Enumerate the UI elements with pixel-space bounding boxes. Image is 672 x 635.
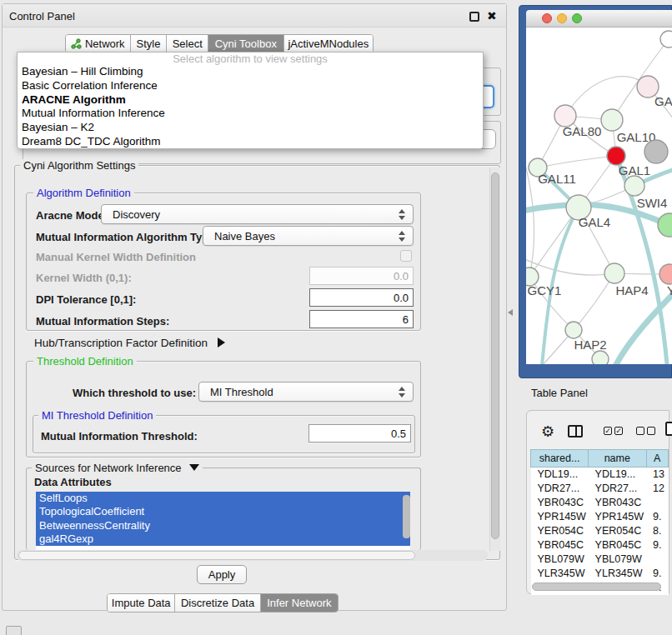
network-node-hap2[interactable] [565, 322, 582, 338]
tab-style[interactable]: Style [131, 35, 168, 52]
table-row[interactable]: YBR043CYBR043C [531, 496, 669, 510]
network-node[interactable] [660, 31, 672, 48]
kernel-width-field[interactable]: 0.0 [309, 267, 414, 285]
settings-vertical-scrollbar[interactable] [489, 168, 500, 551]
table-cell: YDL19... [589, 468, 646, 482]
network-node[interactable] [592, 351, 609, 364]
algorithm-option[interactable]: Bayesian – K2 [18, 121, 483, 135]
node-label: HAP4 [615, 283, 648, 298]
table-panel: ⚙ ✓✓ shared...nameAYDL19...YDL19...13YDR… [526, 410, 669, 594]
network-node-gal1[interactable] [607, 147, 625, 165]
tab-select[interactable]: Select [167, 35, 208, 52]
new-table-icon[interactable] [665, 422, 672, 436]
tab-network[interactable]: Network [66, 35, 131, 52]
dpi-tolerance-field[interactable]: 0.0 [309, 288, 414, 307]
threshold-definition-title: Threshold Definition [33, 355, 137, 368]
algorithm-option[interactable]: Bayesian – Hill Climbing [18, 65, 483, 79]
algorithm-option[interactable]: Basic Correlation Inference [18, 79, 483, 93]
tab-infer-network[interactable]: Infer Network [261, 594, 338, 612]
table-row[interactable]: YBL079WYBL079W [531, 552, 669, 567]
node-label: GAL80 [563, 124, 602, 138]
table-row[interactable]: YDL19...YDL19...13 [531, 468, 669, 482]
tab-jactivemnodules[interactable]: jActiveMNodules [284, 35, 373, 52]
minimize-window-icon[interactable] [557, 13, 567, 23]
data-attributes-label: Data Attributes [34, 476, 112, 488]
table-row[interactable]: YPR145WYPR145W9. [531, 510, 669, 524]
table-cell: YBR045C [589, 538, 646, 552]
show-columns-icon[interactable] [568, 425, 583, 438]
tab-label: Infer Network [267, 597, 331, 609]
tab-impute-data[interactable]: Impute Data [108, 594, 175, 612]
table-row[interactable]: YDR27...YDR27...12 [531, 482, 669, 496]
close-panel-icon[interactable]: ✖ [487, 9, 497, 22]
table-cell: YLR345W [531, 567, 589, 581]
which-threshold-combo[interactable]: MI Threshold [198, 382, 414, 402]
manual-kernel-checkbox[interactable] [400, 250, 412, 262]
apply-button[interactable]: Apply [197, 565, 247, 584]
data-attribute-item[interactable]: SelfLoops [36, 492, 410, 505]
sources-group-title[interactable]: Sources for Network Inference [32, 462, 203, 474]
network-node-hap4[interactable] [604, 263, 624, 283]
close-window-icon[interactable] [542, 13, 552, 23]
zoom-window-icon[interactable] [572, 13, 582, 23]
deselect-all-columns-icon[interactable] [636, 427, 655, 435]
table-cell: YLR345W [589, 567, 646, 581]
aracne-mode-combo[interactable]: Discovery [101, 204, 414, 224]
combo-spinner-icon [399, 231, 405, 242]
settings-horizontal-scrollbar[interactable] [17, 550, 488, 561]
network-edge[interactable] [565, 77, 648, 116]
network-node-y[interactable] [659, 264, 672, 284]
aracne-mode-value: Discovery [113, 208, 160, 221]
column-header-1[interactable]: name [589, 450, 646, 468]
tab-label: jActiveMNodules [288, 38, 369, 50]
mi-threshold-label: Mutual Information Threshold: [41, 430, 198, 442]
attribute-list-scrollbar[interactable] [403, 495, 410, 538]
select-all-columns-icon[interactable]: ✓✓ [604, 427, 623, 435]
data-attribute-item[interactable]: gal4RGexp [36, 532, 410, 546]
network-node[interactable] [658, 213, 672, 237]
mi-threshold-group-title: MI Threshold Definition [38, 409, 156, 422]
algorithm-option[interactable]: Dream8 DC_TDC Algorithm [18, 135, 483, 149]
table-row[interactable]: YER054CYER054C8. [531, 524, 669, 538]
table-cell: YBL079W [531, 552, 589, 567]
network-canvas[interactable]: GALGAL80GAL10GAL1GAL11SWI4GAL4GCY1HAP4YH… [526, 28, 672, 364]
float-panel-icon[interactable] [469, 12, 479, 22]
network-node-gal10[interactable] [601, 109, 623, 131]
table-cell: YBR045C [531, 538, 589, 552]
data-attributes-list: SelfLoopsTopologicalCoefficientBetweenne… [36, 492, 410, 550]
column-header-0[interactable]: shared... [531, 450, 589, 468]
splitpane-collapse-arrow[interactable] [508, 309, 513, 316]
tab-discretize-data[interactable]: Discretize Data [175, 594, 260, 612]
table-row[interactable]: YBR045CYBR045C9. [531, 538, 669, 552]
algorithm-option[interactable]: Mutual Information Inference [18, 107, 483, 121]
node-label: GAL11 [538, 172, 576, 186]
network-node-swi4[interactable] [624, 176, 644, 196]
kernel-width-label: Kernel Width (0,1): [36, 272, 132, 284]
table-cell: 13 [646, 468, 669, 482]
table-cell: YDR27... [589, 482, 646, 496]
mi-type-combo[interactable]: Naive Bayes [203, 226, 414, 246]
table-row[interactable]: YLR345WYLR345W9. [531, 567, 669, 581]
collapse-down-icon [189, 464, 199, 471]
algorithm-option[interactable]: ARACNE Algorithm [18, 93, 483, 108]
tab-cyni-toolbox[interactable]: Cyni Toolbox [208, 35, 284, 52]
table-cell: 9. [646, 567, 669, 581]
table-horizontal-scrollbar[interactable] [532, 582, 661, 591]
network-window-titlebar[interactable] [526, 10, 672, 28]
data-attribute-item[interactable]: TopologicalCoefficient [36, 505, 410, 518]
control-panel-titlebar [3, 4, 506, 28]
hub-definition-expander[interactable]: Hub/Transcription Factor Definition [34, 337, 225, 349]
data-attribute-item[interactable]: BetweennessCentrality [36, 519, 410, 532]
table-cell [646, 552, 669, 567]
aracne-mode-label: Aracne Mode: [36, 209, 108, 222]
mi-threshold-field[interactable]: 0.5 [308, 424, 411, 442]
table-settings-gear-icon[interactable]: ⚙ [541, 422, 554, 441]
network-edge[interactable] [538, 156, 616, 168]
column-header-2[interactable]: A [646, 450, 669, 468]
algorithm-dropdown-popup: Select algorithm to view settings Bayesi… [17, 52, 484, 149]
node-label: GAL [654, 94, 672, 108]
network-node[interactable] [644, 140, 668, 163]
mi-steps-field[interactable]: 6 [309, 310, 414, 328]
network-edge[interactable] [526, 256, 614, 275]
minimized-panel-icon[interactable] [6, 626, 22, 635]
